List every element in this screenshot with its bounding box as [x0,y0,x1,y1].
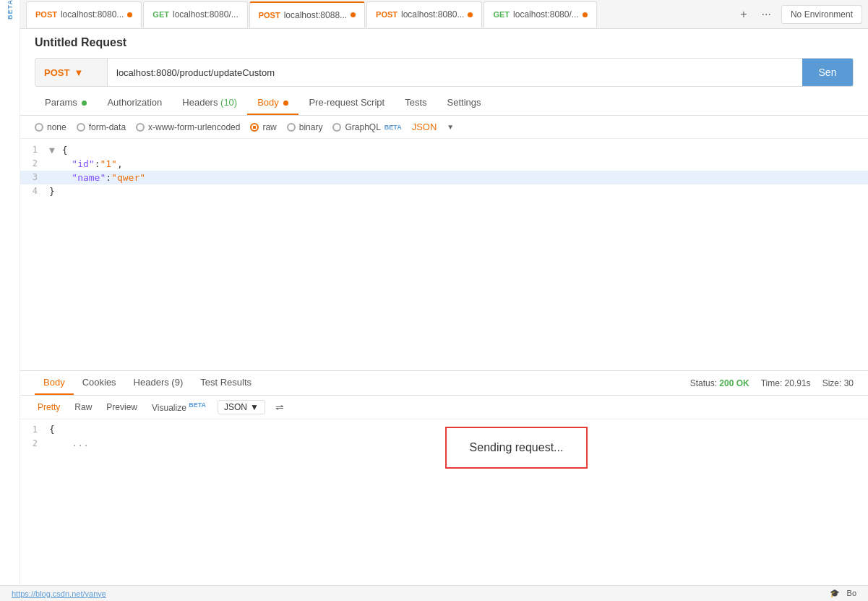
type-binary[interactable]: binary [287,122,323,132]
code-line-3: 3 "name":"qwer" [20,171,868,184]
time-value: 20.91s [785,378,811,388]
main-content: POST localhost:8080... GET localhost:808… [20,0,868,601]
line-num-3: 3 [20,172,49,182]
type-urlencoded[interactable]: x-www-form-urlencoded [136,122,240,132]
tab-bar: POST localhost:8080... GET localhost:808… [20,0,868,29]
tab-4[interactable]: POST localhost:8080... [366,1,482,27]
tab-body[interactable]: Body [247,91,298,115]
format-preview[interactable]: Preview [103,401,140,414]
response-format-bar: Pretty Raw Preview Visualize BETA JSON ▼… [20,396,868,419]
tab-2[interactable]: GET localhost:8080/... [143,1,247,27]
key-id: "id" [72,158,94,169]
value-name: "qwer" [111,172,145,183]
code-line-4: 4 } [20,184,868,198]
resp-line-1: 1 { [20,422,868,436]
key-name: "name" [72,172,106,183]
tab-3-method: POST [259,11,280,20]
radio-urlencoded [136,123,145,132]
resp-tab-headers[interactable]: Headers (9) [125,371,192,395]
body-dot [283,101,288,106]
type-formdata[interactable]: form-data [77,122,126,132]
resp-tab-body[interactable]: Body [35,371,74,395]
tab-1-method: POST [35,10,57,19]
line-num-4: 4 [20,186,49,196]
selected-method: POST [44,67,69,78]
radio-binary [287,123,296,132]
headers-badge: (10) [220,97,237,108]
tab-1[interactable]: POST localhost:8080... [26,1,142,27]
tab-1-url: localhost:8080... [61,9,124,20]
json-format-label: JSON [412,122,437,132]
line-num-2: 2 [20,158,49,169]
type-graphql[interactable]: GraphQL BETA [332,122,401,132]
tab-1-dot [127,12,132,17]
line-num-1: 1 [20,145,49,155]
visualize-beta: BETA [189,401,206,409]
response-tabs: Body Cookies Headers (9) Test Results St… [20,371,868,396]
no-environment-button[interactable]: No Environment [781,5,862,24]
radio-graphql [332,123,341,132]
format-pretty[interactable]: Pretty [35,401,63,414]
size-value: 30 [844,378,854,388]
tab-5-url: localhost:8080/... [513,9,579,20]
bottom-icons: 🎓 Bo [830,589,856,598]
resp-line-num-2: 2 [20,438,49,448]
resp-filter-icon[interactable]: ⇌ [274,400,285,414]
resp-tab-testresults[interactable]: Test Results [192,371,260,395]
value-id: "1" [100,158,116,169]
type-none[interactable]: none [35,122,66,132]
resp-line-2: 2 ... [20,436,868,450]
resp-tab-cookies[interactable]: Cookies [74,371,125,395]
tab-5[interactable]: GET localhost:8080/... [484,1,596,27]
code-line-2: 2 "id":"1", [20,157,868,171]
tab-headers[interactable]: Headers (10) [172,91,247,115]
json-dropdown-label: JSON [224,402,247,412]
response-content: 1 { 2 ... Sending request... [20,419,868,477]
request-tabs: Params Authorization Headers (10) Body P… [20,91,868,116]
left-sidebar: BETA [0,0,20,601]
resp-brace-open: { [49,424,55,435]
code-line-1: 1 ▼ { [20,143,868,157]
method-dropdown-arrow: ▼ [74,67,83,78]
resp-line-num-1: 1 [20,425,49,435]
tab-4-dot [468,12,473,17]
request-title: Untitled Request [20,29,868,54]
method-select[interactable]: POST ▼ [35,59,108,86]
tab-3[interactable]: POST localhost:8088... [249,1,365,27]
tab-settings[interactable]: Settings [437,91,491,115]
bottom-bar: https://blog.csdn.net/yanye 🎓 Bo [0,585,868,601]
add-tab-button[interactable]: + [736,7,751,22]
tab-2-url: localhost:8080/... [173,9,239,20]
params-dot [82,101,87,106]
tab-3-dot [351,12,356,17]
send-button[interactable]: Sen [802,59,853,86]
tab-2-method: GET [152,10,169,19]
tab-4-url: localhost:8080... [401,9,464,20]
tab-tests[interactable]: Tests [395,91,437,115]
type-raw[interactable]: raw [250,122,276,132]
body-types: none form-data x-www-form-urlencoded raw… [20,116,868,139]
status-value: 200 OK [719,378,749,388]
tab-prerequest[interactable]: Pre-request Script [298,91,395,115]
radio-raw [250,123,259,132]
tab-params[interactable]: Params [35,91,97,115]
format-visualize[interactable]: Visualize BETA [149,400,209,414]
tab-3-url: localhost:8088... [284,10,347,20]
json-dropdown-arrow[interactable]: ▼ [447,123,454,131]
beta-label: BETA [7,0,14,20]
json-response-dropdown[interactable]: JSON ▼ [218,400,265,414]
brace-close: } [49,186,55,197]
fold-arrow-1[interactable]: ▼ [49,145,55,155]
tab-5-dot [583,12,588,17]
format-raw[interactable]: Raw [72,401,95,414]
url-input[interactable] [108,59,802,86]
tab-authorization[interactable]: Authorization [97,91,172,115]
response-status: Status: 200 OK Time: 20.91s Size: 30 [690,378,854,388]
code-editor[interactable]: 1 ▼ { 2 "id":"1", 3 "name":"qwer" 4 } [20,139,868,370]
brace-open: { [62,145,68,155]
radio-formdata [77,123,85,132]
more-tabs-button[interactable]: ··· [757,7,775,22]
url-bar: POST ▼ Sen [35,58,854,87]
json-dropdown-chevron: ▼ [250,402,259,412]
bottom-link[interactable]: https://blog.csdn.net/yanye [12,589,106,598]
